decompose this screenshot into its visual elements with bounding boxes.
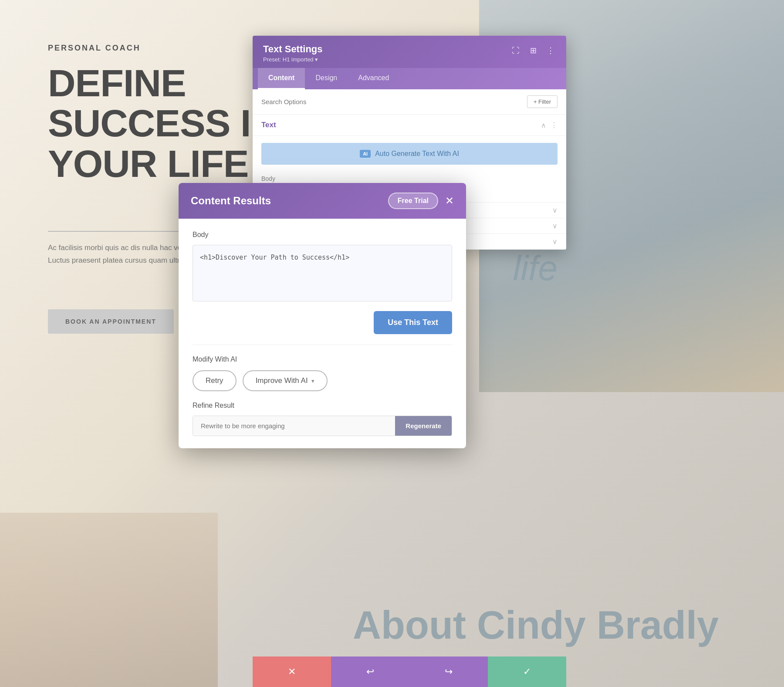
chevron-down-icon-3[interactable]: ∨ (552, 237, 558, 246)
content-textarea[interactable] (193, 245, 452, 301)
headline-line2: SUCCESS IN (48, 103, 278, 143)
refine-input[interactable] (193, 416, 395, 436)
free-trial-badge[interactable]: Free Trial (388, 193, 438, 209)
tab-content[interactable]: Content (258, 68, 305, 89)
life-text: life (513, 248, 558, 288)
collapse-icon[interactable]: ∧ (541, 121, 546, 129)
tab-advanced[interactable]: Advanced (348, 68, 399, 89)
headline: DEFINE SUCCESS IN YOUR LIFE (48, 63, 278, 184)
headline-line3: YOUR LIFE (48, 144, 278, 184)
confirm-icon: ✓ (523, 666, 531, 677)
columns-icon[interactable]: ⊞ (528, 45, 538, 56)
chevron-down-icon-1[interactable]: ∨ (552, 206, 558, 214)
chevron-down-icon: ▾ (311, 378, 314, 384)
expand-icon[interactable]: ⛶ (510, 45, 521, 56)
headline-line1: DEFINE (48, 63, 278, 103)
ai-generate-label: Auto Generate Text With AI (375, 150, 459, 158)
filter-button[interactable]: + Filter (527, 95, 558, 108)
panel-header-icons: ⛶ ⊞ ⋮ (510, 45, 556, 56)
modal-header: Content Results Free Trial ✕ (179, 183, 466, 219)
panel-title-section: Text Settings Preset: H1 imported ▾ (263, 44, 323, 63)
modal-body: Body Use This Text Modify With AI Retry … (179, 219, 466, 448)
cancel-button[interactable]: ✕ (253, 657, 331, 687)
modal-divider (193, 345, 452, 345)
options-icon[interactable]: ⋮ (551, 121, 558, 129)
redo-icon: ↪ (445, 666, 453, 677)
ai-badge: AI (360, 150, 371, 158)
panel-subtitle[interactable]: Preset: H1 imported ▾ (263, 56, 323, 63)
text-section-title: Text (261, 121, 276, 129)
modify-ai-buttons: Retry Improve With AI ▾ (193, 370, 452, 391)
more-options-icon[interactable]: ⋮ (545, 45, 556, 56)
redo-button[interactable]: ↪ (409, 657, 488, 687)
panel-tabs: Content Design Advanced (253, 68, 566, 89)
search-bar: + Filter (253, 89, 566, 115)
refine-section: Refine Result Regenerate (193, 402, 452, 436)
body-label: Body (253, 172, 566, 184)
book-appointment-button[interactable]: BOOK AN APPOINTMENT (48, 309, 174, 334)
modal-title: Content Results (191, 195, 271, 207)
divider (48, 231, 187, 232)
search-options-input[interactable] (261, 98, 527, 105)
ai-generate-button[interactable]: AI Auto Generate Text With AI (261, 143, 558, 165)
body-section-label: Body (193, 231, 452, 239)
use-this-text-button[interactable]: Use This Text (374, 311, 452, 334)
modal-header-right: Free Trial ✕ (388, 193, 454, 209)
panel-header: Text Settings Preset: H1 imported ▾ ⛶ ⊞ … (253, 36, 566, 68)
content-results-modal: Content Results Free Trial ✕ Body Use Th… (179, 183, 466, 448)
regenerate-button[interactable]: Regenerate (395, 416, 452, 436)
page-content: PERSONAL COACH DEFINE SUCCESS IN YOUR LI… (0, 0, 784, 687)
panel-title: Text Settings (263, 44, 323, 55)
personal-coach-label: PERSONAL COACH (48, 44, 141, 53)
modify-ai-label: Modify With AI (193, 355, 452, 363)
about-text: About Cindy Bradly (353, 603, 719, 648)
improve-ai-button[interactable]: Improve With AI ▾ (243, 370, 328, 391)
confirm-button[interactable]: ✓ (488, 657, 566, 687)
text-section-header: Text ∧ ⋮ (253, 115, 566, 136)
undo-button[interactable]: ↩ (331, 657, 409, 687)
refine-row: Regenerate (193, 416, 452, 436)
bottom-toolbar: ✕ ↩ ↪ ✓ (253, 657, 566, 687)
modal-close-button[interactable]: ✕ (445, 196, 454, 206)
section-header-icons: ∧ ⋮ (541, 121, 558, 129)
retry-button[interactable]: Retry (193, 370, 237, 391)
tab-design[interactable]: Design (305, 68, 348, 89)
cancel-icon: ✕ (288, 666, 296, 677)
chevron-down-icon-2[interactable]: ∨ (552, 222, 558, 230)
undo-icon: ↩ (366, 666, 374, 677)
refine-label: Refine Result (193, 402, 452, 409)
improve-ai-label: Improve With AI (256, 376, 308, 385)
modify-ai-section: Modify With AI Retry Improve With AI ▾ (193, 355, 452, 391)
